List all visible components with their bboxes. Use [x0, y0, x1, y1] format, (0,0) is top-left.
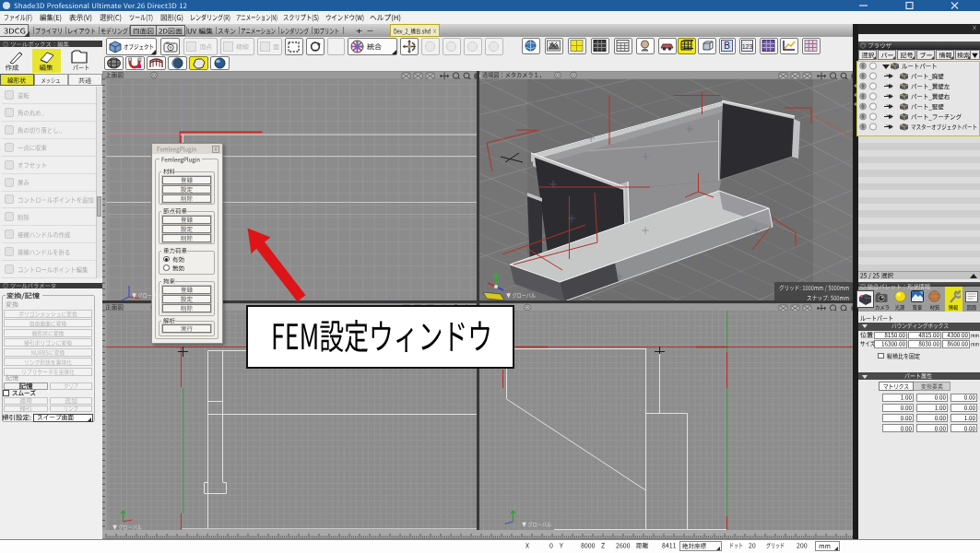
svg-text:123: 123 — [742, 43, 753, 50]
svg-text:B: B — [724, 41, 730, 51]
